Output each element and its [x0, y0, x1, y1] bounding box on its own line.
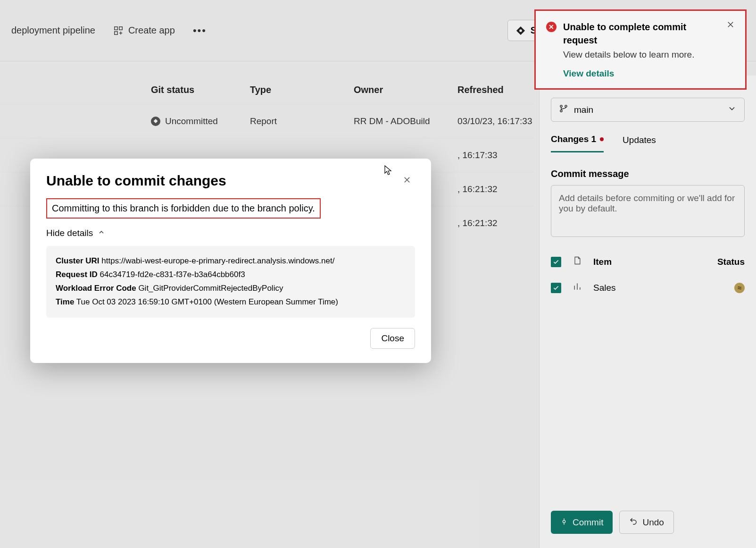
toast-close-icon[interactable] [726, 20, 735, 31]
error-dialog: Unable to commit changes Committing to t… [30, 159, 431, 363]
tab-label: Updates [623, 135, 656, 145]
error-toast: ✕ Unable to complete commit request View… [534, 9, 747, 90]
panel-tabs: Changes 1 Updates [551, 134, 745, 152]
details-value: Tue Oct 03 2023 16:59:10 GMT+0100 (Weste… [76, 297, 338, 306]
toggle-label: Hide details [46, 228, 93, 238]
toast-title: Unable to complete commit request [563, 20, 720, 47]
details-value: 64c34719-fd2e-c831-f37e-b3a64cbb60f3 [100, 270, 245, 279]
svg-point-7 [560, 110, 562, 112]
dialog-message: Committing to this branch is forbidden d… [46, 198, 321, 219]
chevron-up-icon [98, 228, 105, 238]
item-checkbox[interactable] [551, 283, 561, 293]
svg-rect-0 [115, 26, 117, 29]
svg-point-8 [565, 105, 567, 107]
item-col-label: Item [593, 257, 612, 267]
branch-selector[interactable]: main [551, 98, 745, 122]
tab-label: Changes 1 [551, 134, 596, 144]
undo-icon [629, 517, 638, 528]
toast-view-details-link[interactable]: View details [563, 68, 614, 79]
source-control-panel: Source control main Changes 1 Updates Co… [539, 76, 756, 548]
dialog-close-icon[interactable] [399, 173, 415, 189]
details-value: Git_GitProviderCommitRejectedByPolicy [138, 284, 283, 293]
toolbar-label: deployment pipeline [11, 25, 95, 36]
toast-body: View details below to learn more. [563, 50, 735, 60]
create-app-button[interactable]: Create app [111, 21, 177, 40]
undo-btn-label: Undo [642, 517, 664, 528]
cell-owner: RR DM - ADOBuild [354, 116, 457, 126]
error-icon: ✕ [546, 22, 557, 32]
col-owner[interactable]: Owner [354, 84, 457, 95]
app-grid-icon [113, 25, 124, 36]
commit-message-label: Commit message [551, 169, 745, 179]
cell-git-status: Uncommitted [165, 116, 218, 126]
commit-message-input[interactable]: Add details before commiting or we'll ad… [551, 185, 745, 237]
table-row[interactable]: Uncommitted Report RR DM - ADOBuild 03/1… [0, 104, 534, 138]
more-icon: ••• [193, 25, 207, 37]
branch-name: main [574, 105, 593, 115]
dialog-close-button[interactable]: Close [370, 328, 415, 349]
details-label: Workload Error Code [56, 284, 136, 293]
commit-icon [560, 517, 568, 528]
source-control-diamond-icon [515, 25, 526, 36]
select-all-checkbox[interactable] [551, 257, 561, 267]
cell-type: Report [250, 116, 354, 126]
tab-changes[interactable]: Changes 1 [551, 134, 604, 152]
details-label: Cluster URI [56, 256, 100, 265]
details-label: Request ID [56, 270, 98, 279]
status-col-label: Status [717, 257, 745, 267]
dialog-title: Unable to commit changes [46, 173, 226, 189]
svg-rect-2 [115, 31, 117, 34]
error-details: Cluster URI https://wabi-west-europe-e-p… [46, 246, 415, 318]
change-indicator-dot [600, 137, 604, 141]
chevron-down-icon [727, 104, 737, 116]
svg-point-9 [563, 520, 565, 523]
details-value: https://wabi-west-europe-e-primary-redir… [101, 256, 334, 265]
modified-status-icon [734, 283, 745, 293]
tab-updates[interactable]: Updates [623, 134, 656, 152]
status-dot-icon [151, 117, 160, 126]
undo-button[interactable]: Undo [619, 511, 673, 534]
svg-point-6 [560, 105, 562, 107]
commit-button[interactable]: Commit [551, 511, 613, 534]
hide-details-toggle[interactable]: Hide details [46, 228, 415, 238]
deployment-pipeline-button[interactable]: deployment pipeline [9, 21, 97, 40]
commit-placeholder: Add details before commiting or we'll ad… [559, 193, 735, 213]
items-header: Item Status [551, 256, 745, 268]
more-menu-button[interactable]: ••• [191, 21, 208, 41]
svg-rect-1 [119, 26, 122, 29]
col-type[interactable]: Type [250, 84, 354, 95]
bar-chart-icon [573, 282, 582, 294]
commit-btn-label: Commit [573, 517, 603, 528]
item-name: Sales [593, 283, 616, 293]
file-icon [573, 256, 582, 268]
branch-icon [559, 104, 568, 116]
change-item-row[interactable]: Sales [551, 282, 745, 294]
toolbar-label: Create app [128, 25, 175, 36]
details-label: Time [56, 297, 74, 306]
table-header-row: Git status Type Owner Refreshed [0, 76, 534, 104]
svg-point-4 [519, 29, 522, 32]
col-git-status[interactable]: Git status [151, 84, 250, 95]
